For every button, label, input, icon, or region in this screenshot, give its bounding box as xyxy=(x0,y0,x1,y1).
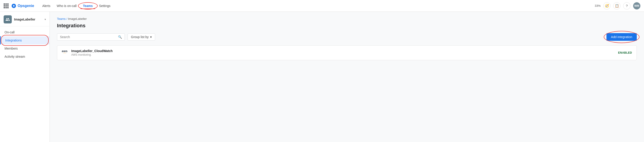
nav-help-btn[interactable]: ? xyxy=(623,2,630,9)
help-icon: ? xyxy=(626,4,628,8)
group-list-by-label: Group list by xyxy=(131,35,149,39)
app-body: ImageLabeller ▾ On-call Integrations Mem… xyxy=(0,12,644,142)
top-nav: Opsgenie Alerts Who is on-call Teams Set… xyxy=(0,0,644,12)
sidebar: ImageLabeller ▾ On-call Integrations Mem… xyxy=(0,12,50,142)
integration-name: ImageLabeller_CloudWatch xyxy=(71,49,618,53)
opsgenie-logo-icon xyxy=(11,3,16,8)
status-badge: ENABLED xyxy=(618,51,632,54)
sidebar-item-members[interactable]: Members xyxy=(0,44,50,53)
nav-compass-btn[interactable]: 🧭 xyxy=(603,2,610,9)
search-box[interactable]: 🔍 xyxy=(57,33,125,41)
sidebar-item-activity-stream[interactable]: Activity stream xyxy=(0,53,50,61)
breadcrumb-current: ImageLabeller xyxy=(68,17,86,20)
team-chevron-icon: ▾ xyxy=(44,18,46,21)
team-name: ImageLabeller xyxy=(14,18,42,21)
nav-right: 33% 🧭 📋 ? WM xyxy=(595,2,640,9)
nav-alerts[interactable]: Alerts xyxy=(40,3,53,9)
toolbar: 🔍 Group list by ▾ Add integration xyxy=(57,33,637,41)
breadcrumb-parent[interactable]: Teams xyxy=(57,17,66,20)
nav-docs-btn[interactable]: 📋 xyxy=(613,2,620,9)
sidebar-team-header[interactable]: ImageLabeller ▾ xyxy=(0,12,50,26)
nav-teams[interactable]: Teams xyxy=(80,3,96,9)
aws-arrow-icon: ⌒ xyxy=(63,53,66,56)
compass-icon: 🧭 xyxy=(605,4,609,8)
progress-percent: 33% xyxy=(595,4,600,7)
sidebar-nav: On-call Integrations Members Activity st… xyxy=(0,26,50,63)
group-list-by-button[interactable]: Group list by ▾ xyxy=(128,33,155,41)
sidebar-item-integrations[interactable]: Integrations xyxy=(0,36,50,44)
table-row[interactable]: aws ⌒ ImageLabeller_CloudWatch AWS monit… xyxy=(57,45,637,60)
page-title: Integrations xyxy=(57,23,637,29)
docs-icon: 📋 xyxy=(615,4,619,8)
aws-text: aws xyxy=(62,49,68,53)
integrations-wrapper: Integrations xyxy=(0,36,50,44)
nav-links: Alerts Who is on-call Teams Settings xyxy=(40,3,593,9)
svg-point-1 xyxy=(13,5,14,6)
teams-link-wrapper: Teams xyxy=(80,4,96,8)
logo-text: Opsgenie xyxy=(18,4,34,8)
grid-menu-icon[interactable] xyxy=(4,3,8,8)
integration-info: ImageLabeller_CloudWatch AWS monitoring. xyxy=(71,49,618,56)
search-icon: 🔍 xyxy=(118,35,122,39)
integrations-list: aws ⌒ ImageLabeller_CloudWatch AWS monit… xyxy=(57,45,637,60)
add-integration-wrapper: Add integration xyxy=(606,33,637,41)
group-chevron-icon: ▾ xyxy=(150,35,152,39)
main-content: Teams / ImageLabeller Integrations 🔍 Gro… xyxy=(50,12,644,142)
logo[interactable]: Opsgenie xyxy=(11,3,34,8)
nav-who-is-on-call[interactable]: Who is on-call xyxy=(54,3,79,9)
integration-description: AWS monitoring. xyxy=(71,53,618,56)
user-avatar[interactable]: WM xyxy=(633,2,640,9)
breadcrumb: Teams / ImageLabeller xyxy=(57,17,637,20)
add-integration-button[interactable]: Add integration xyxy=(606,33,637,41)
team-icon xyxy=(4,15,12,23)
nav-settings[interactable]: Settings xyxy=(96,3,113,9)
search-input[interactable] xyxy=(60,35,116,39)
sidebar-item-on-call[interactable]: On-call xyxy=(0,28,50,36)
aws-logo: aws ⌒ xyxy=(62,49,68,56)
